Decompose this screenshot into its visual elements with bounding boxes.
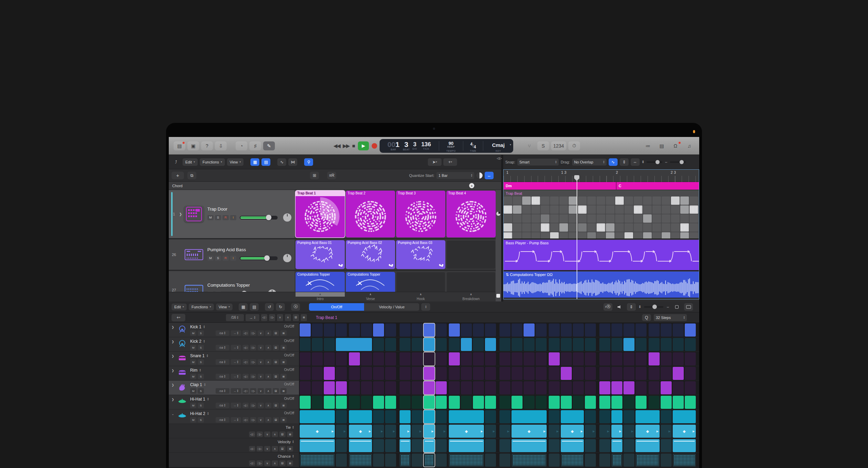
rotate-left-button[interactable]: ↺ <box>265 303 274 311</box>
direction-mini[interactable]: →▲▼ <box>231 403 241 408</box>
step-cell[interactable] <box>424 410 435 423</box>
step-cell[interactable] <box>436 352 447 365</box>
step-cell[interactable] <box>585 396 596 409</box>
step-cell[interactable] <box>661 396 672 409</box>
v-zoom-slider[interactable] <box>647 161 662 163</box>
step-cell[interactable] <box>549 439 560 452</box>
step-cell[interactable] <box>336 454 347 467</box>
row-solo-button[interactable]: S <box>198 359 204 365</box>
step-cell[interactable] <box>524 338 535 351</box>
step-cell[interactable] <box>536 352 547 365</box>
step-cell[interactable] <box>573 367 584 380</box>
step-cell[interactable] <box>649 367 660 380</box>
step-cell[interactable] <box>599 338 610 351</box>
step-cell[interactable] <box>400 396 411 409</box>
decrement-mini[interactable]: ∨ <box>258 330 264 336</box>
new-cell-button[interactable]: ⊞ <box>310 172 319 179</box>
loop-cell[interactable]: Trap Beat 1 <box>296 191 345 237</box>
step-cell[interactable]: ▶ <box>623 425 634 438</box>
step-cell[interactable] <box>499 410 510 423</box>
secondary-tool-select[interactable]: +▾ <box>443 158 457 166</box>
rotate-steps-right-button[interactable]: □▷ <box>269 314 275 321</box>
step-cell[interactable] <box>512 410 547 423</box>
step-cell[interactable] <box>373 323 384 337</box>
step-cell[interactable] <box>561 410 584 423</box>
step-cell[interactable] <box>300 410 335 423</box>
track-header-config-button[interactable]: ≡R <box>327 172 336 179</box>
row-mute-button[interactable]: M <box>190 359 196 365</box>
step-cell[interactable] <box>649 381 660 394</box>
rotate-right-mini[interactable]: □▷ <box>257 446 263 451</box>
pan-knob[interactable] <box>283 213 291 222</box>
step-cell[interactable]: ▶ <box>412 425 423 438</box>
step-cell[interactable] <box>449 410 484 423</box>
step-cell[interactable] <box>449 338 460 351</box>
step-cell[interactable] <box>524 381 535 394</box>
rotate-right-mini[interactable]: □▷ <box>250 359 256 365</box>
increment-mini[interactable]: ∧ <box>265 388 271 394</box>
step-cell[interactable] <box>623 439 634 452</box>
step-cell[interactable] <box>349 381 360 394</box>
step-cell[interactable] <box>373 338 384 351</box>
step-cell[interactable] <box>436 323 447 337</box>
loop-cell[interactable]: Trap Beat 4 <box>446 191 496 237</box>
step-cell[interactable] <box>599 410 610 423</box>
track-header[interactable]: 26Pumping Acid BassMSRI <box>169 240 294 270</box>
step-cell[interactable] <box>312 367 323 380</box>
loop-browser-button[interactable]: Ω <box>670 141 681 150</box>
disclosure-icon[interactable]: ❯ <box>172 354 174 358</box>
randomize-mini[interactable]: ⚄ <box>273 330 279 336</box>
step-cell[interactable] <box>436 410 447 423</box>
row-name[interactable]: Kick 1▲▼ <box>190 325 205 329</box>
step-cell[interactable]: ▶ <box>611 425 622 438</box>
step-cell[interactable] <box>561 396 572 409</box>
rotate-right-mini[interactable]: □▷ <box>250 417 256 423</box>
row-name[interactable]: Hi-Hat 2▲▼ <box>190 411 209 416</box>
row-name[interactable]: Clap 1▲▼ <box>190 382 206 387</box>
step-cell[interactable] <box>636 410 660 423</box>
step-cell[interactable]: ▶ <box>400 425 411 438</box>
step-cell[interactable] <box>324 323 335 337</box>
step-cell[interactable] <box>623 381 634 394</box>
step-cell[interactable] <box>485 338 496 351</box>
row-solo-button[interactable]: S <box>198 330 204 336</box>
bar-ruler[interactable]: 11 322 3 <box>504 170 699 182</box>
step-cell[interactable] <box>561 439 584 452</box>
step-cell[interactable] <box>424 454 435 467</box>
duplicate-track-button[interactable]: ⧉ <box>187 172 196 179</box>
step-cell[interactable] <box>685 338 696 351</box>
step-cell[interactable] <box>449 439 484 452</box>
decrement-mini[interactable]: ∨ <box>258 388 264 394</box>
loop-cell[interactable]: Pumping Acid Bass 01 <box>296 240 345 269</box>
step-cell[interactable] <box>300 439 335 452</box>
row-header[interactable]: ❯Snare 1▲▼On/OffMS/16▲▼→▲▼◁□□▷∨∧⚄⊠ <box>169 352 299 366</box>
increment-mini[interactable]: ∧ <box>272 432 278 437</box>
clear-mini[interactable]: ⊠ <box>287 432 293 437</box>
rotate-right-mini[interactable]: □▷ <box>257 460 263 466</box>
step-cell[interactable] <box>373 352 384 365</box>
auto-row-height-button[interactable]: ⇕ <box>627 303 636 311</box>
step-cell[interactable] <box>585 323 596 337</box>
step-cell[interactable] <box>549 323 560 337</box>
step-cell[interactable] <box>300 381 311 394</box>
step-cell[interactable] <box>424 323 435 337</box>
clear-row-button[interactable]: ⊠ <box>301 314 307 321</box>
row-solo-button[interactable]: S <box>198 403 204 408</box>
tab-velocity-value[interactable]: Velocity / Value <box>364 303 419 311</box>
lcd-time-signature[interactable]: 4 / 4 TIME <box>463 139 483 153</box>
step-cell[interactable] <box>611 367 622 380</box>
step-cell[interactable] <box>336 396 347 409</box>
step-cell[interactable] <box>461 367 472 380</box>
step-cell[interactable] <box>599 439 610 452</box>
step-cell[interactable] <box>324 352 335 365</box>
step-rate-mini[interactable]: /16▲▼ <box>216 345 229 350</box>
clear-mini[interactable]: ⊠ <box>280 403 287 408</box>
menu-view[interactable]: View▾ <box>227 158 244 166</box>
step-cell[interactable] <box>349 367 360 380</box>
step-cell[interactable] <box>436 381 447 394</box>
step-cell[interactable] <box>512 381 523 394</box>
step-cell[interactable] <box>673 367 684 380</box>
pattern-length-select[interactable]: 32 Steps▴▾ <box>654 314 687 321</box>
step-cell[interactable] <box>412 396 423 409</box>
step-cell[interactable] <box>512 439 547 452</box>
